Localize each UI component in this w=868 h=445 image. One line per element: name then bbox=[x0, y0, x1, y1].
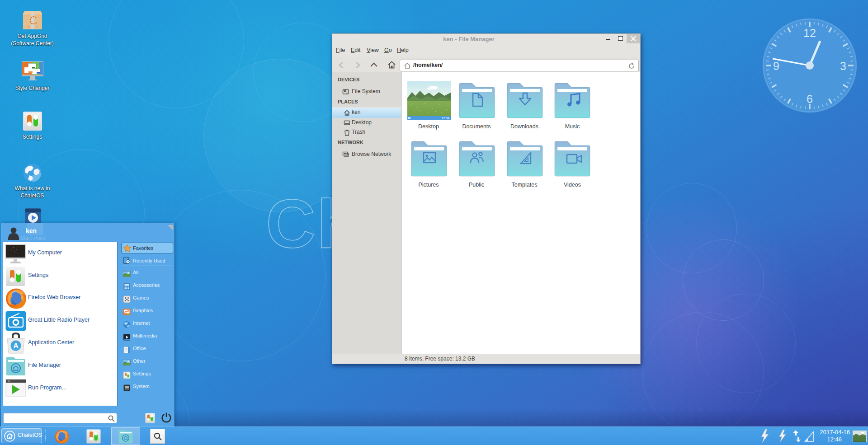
svg-text:A: A bbox=[13, 342, 19, 350]
svg-text:3: 3 bbox=[840, 60, 846, 72]
svg-text:12:34: 12:34 bbox=[441, 117, 449, 120]
svg-text:12: 12 bbox=[803, 27, 816, 39]
svg-text:6: 6 bbox=[807, 93, 813, 105]
svg-text:9: 9 bbox=[773, 60, 779, 72]
